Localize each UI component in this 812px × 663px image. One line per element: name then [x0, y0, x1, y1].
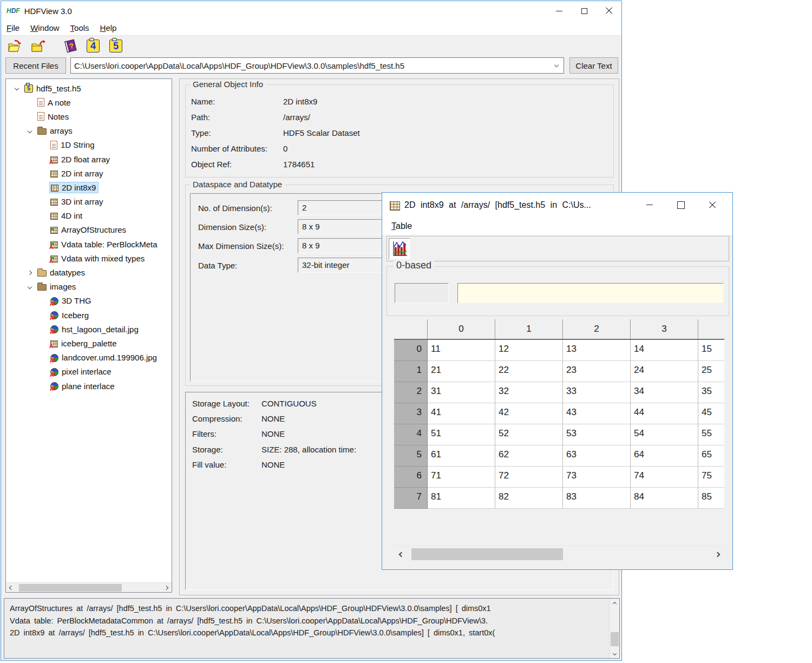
table-cell[interactable]: 53 — [563, 424, 631, 445]
tree-item-plane-interlace[interactable]: plane interlace — [6, 379, 172, 393]
table-cell[interactable]: 74 — [631, 467, 698, 488]
row-header[interactable]: 0 — [394, 340, 428, 361]
scroll-left-icon[interactable] — [394, 546, 408, 562]
table-cell[interactable]: 73 — [563, 467, 631, 488]
chevron-collapsed-icon[interactable] — [23, 271, 36, 274]
table-cell[interactable]: 12 — [495, 340, 563, 361]
scroll-right-icon[interactable] — [161, 586, 172, 589]
clear-text-button[interactable]: Clear Text — [569, 57, 618, 74]
table-cell[interactable]: 52 — [495, 424, 563, 445]
open-file-icon[interactable] — [6, 38, 24, 54]
row-header[interactable]: 6 — [394, 467, 428, 488]
table-cell[interactable]: 61 — [428, 445, 495, 467]
close-file-icon[interactable] — [29, 38, 47, 54]
tree-item-hdf5-test-h5[interactable]: hdf5_test.h5 — [6, 81, 172, 95]
hdf4-icon[interactable] — [84, 38, 102, 54]
tree-item-pixel-interlace[interactable]: pixel interlace — [6, 365, 172, 379]
help-book-icon[interactable]: ? — [62, 38, 79, 54]
close-button[interactable] — [697, 193, 728, 217]
table-cell[interactable]: 33 — [563, 382, 631, 403]
table-cell[interactable]: 21 — [428, 361, 495, 382]
table-cell[interactable]: 72 — [495, 467, 563, 488]
table-cell[interactable]: 55 — [698, 424, 724, 445]
tree-item-3d-int-array[interactable]: 3D int array — [6, 195, 172, 209]
table-cell[interactable]: 34 — [631, 382, 698, 403]
tree-item-notes[interactable]: Notes — [6, 109, 172, 123]
tree-item-landcover[interactable]: landcover.umd.199906.jpg — [6, 351, 172, 365]
table-cell[interactable]: 85 — [698, 488, 724, 509]
log-vertical-scrollbar[interactable] — [609, 599, 619, 658]
tree-item-vdata-table[interactable]: Vdata table: PerBlockMeta — [6, 237, 172, 251]
table-cell[interactable]: 41 — [428, 403, 495, 424]
tree-item-vdata-mixed[interactable]: Vdata with mixed types — [6, 251, 172, 265]
table-cell[interactable]: 63 — [563, 445, 631, 467]
table-cell[interactable]: 14 — [631, 340, 698, 361]
tree-item-iceberg[interactable]: Iceberg — [6, 308, 172, 322]
tree-item-iceberg-palette[interactable]: iceberg_palette — [6, 336, 172, 350]
table-horizontal-scrollbar[interactable] — [394, 546, 724, 562]
table-cell[interactable]: 35 — [698, 382, 724, 403]
chevron-expanded-icon[interactable] — [23, 285, 36, 288]
table-cell[interactable]: 51 — [428, 424, 495, 445]
maximize-button[interactable] — [665, 193, 697, 217]
table-cell[interactable]: 84 — [631, 488, 698, 509]
table-cell[interactable]: 65 — [698, 445, 724, 467]
tree-item-arrays[interactable]: arrays — [6, 124, 172, 138]
tree-item-images[interactable]: images — [6, 280, 172, 294]
scroll-up-icon[interactable] — [610, 599, 620, 608]
scrollbar-thumb[interactable] — [19, 584, 122, 592]
tree-item-arrayofstructures[interactable]: ArrayOfStructures — [6, 223, 172, 237]
table-cell[interactable]: 24 — [631, 361, 698, 382]
row-header[interactable]: 4 — [394, 424, 428, 445]
row-header[interactable]: 1 — [394, 361, 428, 382]
menu-table[interactable]: Table — [382, 220, 421, 232]
table-cell[interactable]: 15 — [698, 340, 724, 361]
tree-item-hst-lagoon[interactable]: hst_lagoon_detail.jpg — [6, 322, 172, 336]
column-header[interactable]: 1 — [495, 319, 563, 339]
scroll-right-icon[interactable] — [710, 546, 724, 562]
menu-help[interactable]: Help — [95, 22, 122, 34]
table-cell[interactable]: 13 — [563, 340, 631, 361]
row-header[interactable]: 2 — [394, 382, 428, 403]
minimize-button[interactable] — [634, 193, 665, 217]
corner-header-cell[interactable] — [394, 319, 428, 339]
tree-item-2d-float-array[interactable]: 2D float array — [6, 152, 172, 166]
column-header[interactable]: 2 — [563, 319, 631, 339]
table-cell[interactable]: 43 — [563, 403, 631, 424]
tree-item-3d-thg[interactable]: 3D THG — [6, 294, 172, 308]
menu-window[interactable]: Window — [25, 22, 64, 34]
hdf5-icon[interactable] — [107, 38, 125, 54]
column-header[interactable]: 3 — [631, 319, 698, 339]
scrollbar-thumb[interactable] — [611, 632, 619, 646]
table-cell[interactable]: 82 — [495, 488, 563, 509]
menu-file[interactable]: File — [1, 22, 25, 34]
table-cell[interactable]: 22 — [495, 361, 563, 382]
table-cell[interactable]: 75 — [698, 467, 724, 488]
table-cell[interactable]: 45 — [698, 403, 724, 424]
scroll-left-icon[interactable] — [6, 586, 17, 589]
tree-item-2d-int-array[interactable]: 2D int array — [6, 166, 172, 180]
table-cell[interactable]: 54 — [631, 424, 698, 445]
row-header[interactable]: 5 — [394, 445, 428, 467]
table-cell[interactable]: 62 — [495, 445, 563, 467]
table-cell[interactable]: 31 — [428, 382, 495, 403]
row-header[interactable]: 7 — [394, 488, 428, 509]
table-cell[interactable]: 83 — [563, 488, 631, 509]
chevron-down-icon[interactable] — [549, 65, 564, 67]
chevron-expanded-icon[interactable] — [10, 87, 23, 90]
chevron-expanded-icon[interactable] — [23, 129, 36, 133]
file-path-combobox[interactable]: C:\Users\lori.cooper\AppData\Local\Apps\… — [70, 57, 564, 74]
column-header[interactable] — [698, 319, 724, 339]
table-cell[interactable]: 32 — [495, 382, 563, 403]
recent-files-button[interactable]: Recent Files — [5, 57, 66, 74]
tree-item-1d-string[interactable]: 1D String — [6, 138, 172, 152]
close-button[interactable] — [597, 1, 621, 21]
scrollbar-thumb[interactable] — [411, 548, 563, 560]
line-chart-icon[interactable] — [389, 238, 410, 259]
row-header[interactable]: 3 — [394, 403, 428, 424]
tree-horizontal-scrollbar[interactable] — [6, 582, 172, 592]
column-header[interactable]: 0 — [428, 319, 495, 339]
cell-value-field[interactable] — [457, 283, 724, 303]
table-cell[interactable]: 71 — [428, 467, 495, 488]
scroll-down-icon[interactable] — [610, 648, 620, 658]
